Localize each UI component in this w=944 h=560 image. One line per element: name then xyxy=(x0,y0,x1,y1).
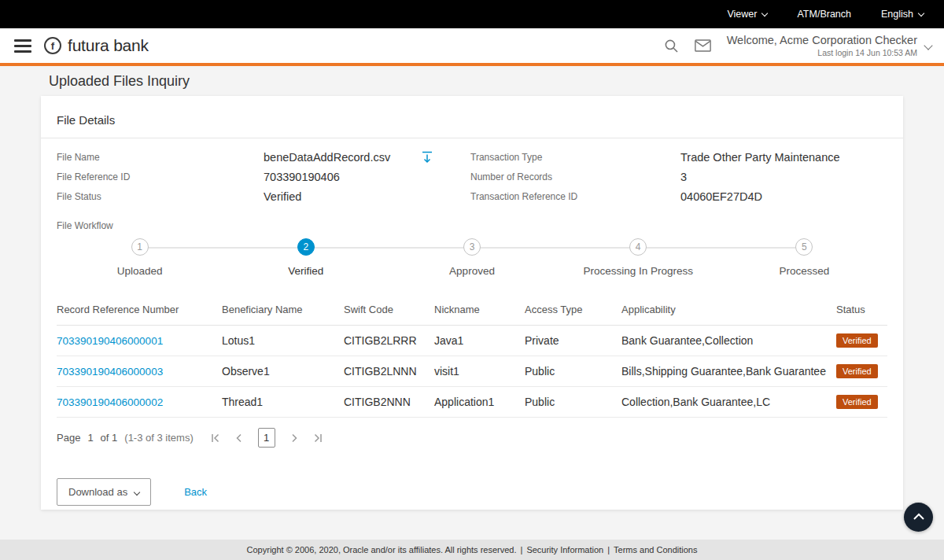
transaction-reference-id-label: Transaction Reference ID xyxy=(470,191,680,202)
records-table: Record Reference Number Beneficiary Name… xyxy=(57,296,887,418)
mail-icon[interactable] xyxy=(695,39,711,52)
download-file-icon[interactable] xyxy=(422,151,433,164)
step-label: Uploaded xyxy=(57,265,223,277)
footer-copyright: Copyright © 2006, 2020, Oracle and/or it… xyxy=(247,545,517,554)
back-link[interactable]: Back xyxy=(184,486,207,498)
step-label: Approved xyxy=(389,265,555,277)
col-status: Status xyxy=(836,296,887,326)
step-label: Verified xyxy=(223,265,389,277)
step-label: Processed xyxy=(721,265,887,277)
table-row: 703390190406000003 Observe1 CITIGB2LNNN … xyxy=(57,356,887,387)
footer-separator: | xyxy=(521,545,523,554)
top-utility-bar: Viewer ATM/Branch English xyxy=(0,0,944,28)
accent-bar xyxy=(0,63,944,66)
beneficiary-name-cell: Lotus1 xyxy=(222,326,344,356)
file-status-value: Verified xyxy=(264,190,470,203)
current-page-box[interactable]: 1 xyxy=(258,428,275,448)
page-of-label: of 1 xyxy=(101,432,118,444)
applicability-cell: Bills,Shipping Guarantee,Bank Guarantee xyxy=(621,356,836,387)
nickname-cell: visit1 xyxy=(434,356,525,387)
swift-code-cell: CITIGB2LNNN xyxy=(344,356,434,387)
file-reference-id-value: 703390190406 xyxy=(264,171,470,183)
transaction-reference-id-value: 04060EF27D4D xyxy=(680,190,887,203)
download-as-button[interactable]: Download as xyxy=(57,478,151,506)
number-of-records-label: Number of Records xyxy=(470,171,680,182)
file-workflow-stepper: 1 Uploaded 2 Verified 3 Approved 4 Proce… xyxy=(57,238,887,277)
swift-code-cell: CITIGB2LRRR xyxy=(344,326,434,356)
footer: Copyright © 2006, 2020, Oracle and/or it… xyxy=(0,540,944,560)
chevron-down-icon xyxy=(918,10,924,17)
file-name-value: beneDataAddRecord.csv xyxy=(264,151,390,164)
search-icon[interactable] xyxy=(664,39,679,53)
col-nickname: Nickname xyxy=(434,296,525,326)
last-login-text: Last login 14 Jun 10:53 AM xyxy=(727,48,917,57)
swift-code-cell: CITIGB2NNN xyxy=(344,387,434,418)
page-range-label: (1-3 of 3 items) xyxy=(124,432,193,444)
language-menu-label: English xyxy=(881,9,913,20)
status-badge: Verified xyxy=(836,395,878,409)
futura-bank-logo-icon: f xyxy=(44,37,61,54)
file-reference-id-label: File Reference ID xyxy=(57,171,264,182)
step-circle: 1 xyxy=(131,238,149,256)
step-circle: 5 xyxy=(795,238,813,256)
atm-branch-label: ATM/Branch xyxy=(797,9,851,20)
scroll-to-top-button[interactable] xyxy=(904,503,933,532)
nickname-cell: Java1 xyxy=(434,326,525,356)
file-workflow-label: File Workflow xyxy=(57,220,887,231)
arrow-up-icon xyxy=(913,511,925,523)
terms-and-conditions-link[interactable]: Terms and Conditions xyxy=(614,545,697,554)
step-label: Processing In Progress xyxy=(555,265,721,277)
col-record-reference-number: Record Reference Number xyxy=(57,296,222,326)
col-beneficiary-name: Beneficiary Name xyxy=(222,296,344,326)
download-as-label: Download as xyxy=(68,486,127,498)
section-title: File Details xyxy=(57,113,887,127)
chevron-down-icon xyxy=(134,488,140,495)
language-menu[interactable]: English xyxy=(881,9,924,20)
hamburger-menu-icon[interactable] xyxy=(13,36,33,56)
table-row: 703390190406000001 Lotus1 CITIGB2LRRR Ja… xyxy=(57,326,887,356)
status-badge: Verified xyxy=(836,364,878,378)
security-information-link[interactable]: Security Information xyxy=(526,545,603,554)
beneficiary-name-cell: Observe1 xyxy=(222,356,344,387)
step-processing-in-progress: 4 Processing In Progress xyxy=(555,238,721,277)
user-menu[interactable]: Welcome, Acme Corporation Checker Last l… xyxy=(727,34,931,57)
step-circle: 3 xyxy=(463,238,481,256)
page-title: Uploaded Files Inquiry xyxy=(49,73,903,90)
atm-branch-link[interactable]: ATM/Branch xyxy=(797,9,851,20)
record-reference-link[interactable]: 703390190406000001 xyxy=(57,335,163,347)
table-row: 703390190406000002 Thread1 CITIGB2NNN Ap… xyxy=(57,387,887,418)
access-type-cell: Public xyxy=(525,356,621,387)
file-details-grid: File Name beneDataAddRecord.csv Transact… xyxy=(57,151,887,203)
access-type-cell: Public xyxy=(525,387,621,418)
record-reference-link[interactable]: 703390190406000002 xyxy=(57,396,163,408)
col-access-type: Access Type xyxy=(525,296,621,326)
app-header: f futura bank Welcome, Acme Corporation … xyxy=(0,28,944,63)
status-badge: Verified xyxy=(836,333,878,348)
step-approved: 3 Approved xyxy=(389,238,555,277)
pagination-next-icon[interactable] xyxy=(289,433,299,443)
pagination: Page 1 of 1 (1-3 of 3 items) 1 xyxy=(57,418,887,458)
record-reference-link[interactable]: 703390190406000003 xyxy=(57,366,163,378)
pagination-last-icon[interactable] xyxy=(313,433,323,443)
nickname-cell: Application1 xyxy=(434,387,525,418)
number-of-records-value: 3 xyxy=(680,171,887,183)
pagination-previous-icon[interactable] xyxy=(234,433,244,443)
brand-name: futura bank xyxy=(68,36,149,55)
applicability-cell: Collection,Bank Guarantee,LC xyxy=(621,387,836,418)
footer-separator: | xyxy=(607,545,610,554)
step-verified: 2 Verified xyxy=(223,238,389,277)
pagination-first-icon[interactable] xyxy=(211,433,220,443)
viewer-menu[interactable]: Viewer xyxy=(727,9,767,20)
file-name-label: File Name xyxy=(57,152,264,163)
step-uploaded: 1 Uploaded xyxy=(57,238,223,277)
step-processed: 5 Processed xyxy=(721,238,887,277)
viewer-menu-label: Viewer xyxy=(727,9,757,20)
file-details-card: File Details File Name beneDataAddRecord… xyxy=(41,96,903,510)
welcome-text: Welcome, Acme Corporation Checker xyxy=(727,34,917,46)
transaction-type-value: Trade Other Party Maintenance xyxy=(680,151,887,164)
step-circle: 4 xyxy=(629,238,647,256)
brand-logo[interactable]: f futura bank xyxy=(44,36,149,55)
chevron-down-icon xyxy=(761,10,768,17)
page-label: Page xyxy=(57,432,80,444)
transaction-type-label: Transaction Type xyxy=(470,152,680,163)
